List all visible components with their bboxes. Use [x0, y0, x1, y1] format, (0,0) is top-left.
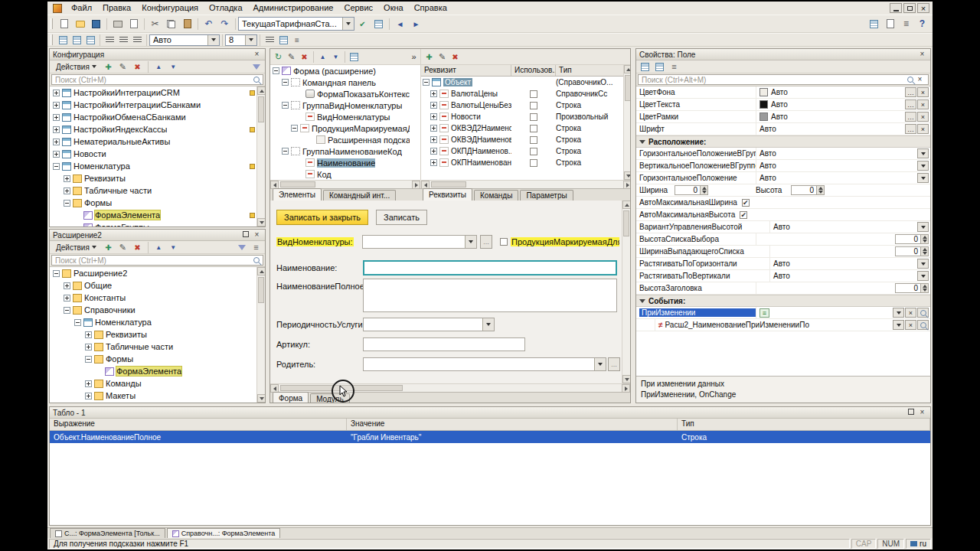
- calculator-button[interactable]: [866, 16, 882, 31]
- property-row[interactable]: ШиринаВыпадающегоСписка0: [636, 246, 930, 258]
- restore-panel-icon[interactable]: [240, 231, 250, 240]
- scroll-up-icon[interactable]: [257, 267, 265, 276]
- use-checkbox[interactable]: [530, 102, 537, 109]
- tab-parameters[interactable]: Параметры: [520, 190, 573, 201]
- calendar-button[interactable]: [882, 16, 898, 31]
- delete-button[interactable]: [131, 61, 144, 73]
- tree-item[interactable]: Макеты: [50, 390, 265, 402]
- tab-attributes[interactable]: Реквизиты: [423, 188, 472, 201]
- scrollbar-thumb[interactable]: [280, 181, 315, 187]
- expand-icon[interactable]: [64, 187, 70, 194]
- font-selector[interactable]: Авто: [149, 34, 220, 46]
- delete-button[interactable]: [298, 51, 311, 63]
- align-center-button[interactable]: [116, 34, 130, 46]
- move-down-button[interactable]: [167, 242, 180, 253]
- menu-administration[interactable]: Администрирование: [248, 2, 339, 14]
- open-handler-button[interactable]: [917, 308, 929, 318]
- horizontal-scrollbar[interactable]: [270, 383, 630, 392]
- ellipsis-button[interactable]: [905, 112, 916, 122]
- tree-item[interactable]: ФормаГруппы: [50, 221, 265, 227]
- clear-button[interactable]: [917, 112, 929, 122]
- collapse-icon[interactable]: [423, 79, 430, 86]
- dropdown-button[interactable]: [917, 222, 929, 232]
- ellipsis-button[interactable]: [905, 87, 916, 97]
- tree-item[interactable]: Форма (расширение): [270, 65, 420, 77]
- borders-button[interactable]: [83, 34, 97, 46]
- clear-button[interactable]: [917, 87, 929, 97]
- period-combo[interactable]: [363, 318, 495, 331]
- use-checkbox[interactable]: [530, 125, 537, 132]
- tree-item-selected[interactable]: ФормаЭлемента: [50, 365, 265, 377]
- tab-commands[interactable]: Команды: [474, 190, 518, 201]
- list-height-stepper[interactable]: 0: [895, 234, 929, 244]
- width-stepper[interactable]: 0: [675, 185, 708, 195]
- tree-item[interactable]: Команды: [50, 377, 265, 390]
- spinner-icon[interactable]: [920, 247, 928, 256]
- close-icon[interactable]: [917, 51, 927, 59]
- align-left-button[interactable]: [103, 34, 116, 46]
- expand-icon[interactable]: [430, 113, 437, 120]
- expand-icon[interactable]: [53, 126, 60, 133]
- tree-item[interactable]: НематериальныеАктивы: [50, 135, 265, 148]
- back-button[interactable]: [392, 16, 408, 31]
- ellipsis-button[interactable]: [905, 99, 916, 109]
- expand-icon[interactable]: [85, 393, 92, 399]
- use-checkbox[interactable]: [530, 90, 537, 98]
- chevron-down-icon[interactable]: [245, 35, 256, 45]
- align-right-button[interactable]: [130, 34, 144, 46]
- tree-item[interactable]: Формы: [50, 353, 265, 365]
- dropdown-button[interactable]: [893, 320, 904, 330]
- article-input[interactable]: [363, 337, 525, 351]
- tree-item[interactable]: НастройкиОбменаСБанками: [50, 111, 265, 123]
- collapse-icon[interactable]: [282, 79, 289, 86]
- parent-combo[interactable]: [363, 357, 606, 371]
- menu-configuration[interactable]: Конфигурация: [136, 2, 204, 14]
- ellipsis-button[interactable]: [905, 124, 916, 134]
- expand-icon[interactable]: [53, 90, 60, 96]
- close-button[interactable]: [917, 3, 929, 13]
- scroll-down-icon[interactable]: [624, 171, 631, 180]
- fullname-textarea[interactable]: [363, 279, 617, 312]
- cut-button[interactable]: [147, 16, 163, 31]
- column-header[interactable]: Тип: [678, 419, 930, 430]
- property-row[interactable]: ≠Расш2_НаименованиеПриИзмененииПо: [636, 319, 930, 331]
- horizontal-scrollbar[interactable]: [421, 180, 631, 188]
- language-indicator[interactable]: ru: [906, 539, 931, 549]
- vertical-scrollbar[interactable]: [623, 65, 631, 180]
- tree-item-selected[interactable]: Наименование: [270, 157, 420, 168]
- add-button[interactable]: [102, 61, 115, 73]
- add-button[interactable]: [102, 242, 115, 253]
- structure-button[interactable]: [371, 16, 387, 31]
- filter-button[interactable]: [250, 61, 263, 73]
- config-search-input[interactable]: Поиск (Ctrl+M): [51, 74, 263, 85]
- auto-max-height-checkbox[interactable]: [740, 211, 747, 219]
- close-icon[interactable]: [917, 409, 927, 417]
- tree-item[interactable]: НастройкиИнтеграцииСБанками: [50, 99, 265, 111]
- edit-button[interactable]: [116, 242, 129, 253]
- scrollbar-thumb[interactable]: [431, 181, 466, 187]
- expand-icon[interactable]: [430, 159, 437, 166]
- section-header[interactable]: События:: [636, 295, 930, 307]
- watch-empty-area[interactable]: [50, 443, 930, 525]
- marking-checkbox[interactable]: [500, 238, 508, 246]
- attribute-row[interactable]: ОКПДНаименов...Строка: [421, 145, 631, 157]
- expand-icon[interactable]: [53, 139, 60, 145]
- move-up-button[interactable]: [316, 51, 329, 63]
- attribute-row[interactable]: ВалютаЦеныСправочникСс: [421, 88, 631, 99]
- forward-button[interactable]: [408, 16, 424, 31]
- attribute-row[interactable]: ОКПНаименованиеСтрока: [421, 157, 631, 168]
- clear-search-icon[interactable]: [915, 76, 925, 84]
- layout-button[interactable]: [348, 51, 361, 63]
- event-handler-icon[interactable]: ≡: [760, 308, 769, 318]
- dropdown-button[interactable]: [917, 271, 929, 281]
- tab-form[interactable]: Форма: [273, 392, 309, 403]
- expand-icon[interactable]: [85, 344, 92, 350]
- spinner-icon[interactable]: [920, 235, 928, 243]
- move-up-button[interactable]: [152, 242, 165, 253]
- vid-nomenklatury-combo[interactable]: [362, 235, 477, 249]
- settings-button[interactable]: [250, 242, 263, 253]
- close-icon[interactable]: [252, 51, 262, 59]
- tree-item[interactable]: ФормаПоказатьКонтекстные...: [270, 88, 420, 99]
- tree-item[interactable]: ГруппаНаименованиеКод: [270, 145, 420, 157]
- cell-format-button[interactable]: [56, 34, 70, 46]
